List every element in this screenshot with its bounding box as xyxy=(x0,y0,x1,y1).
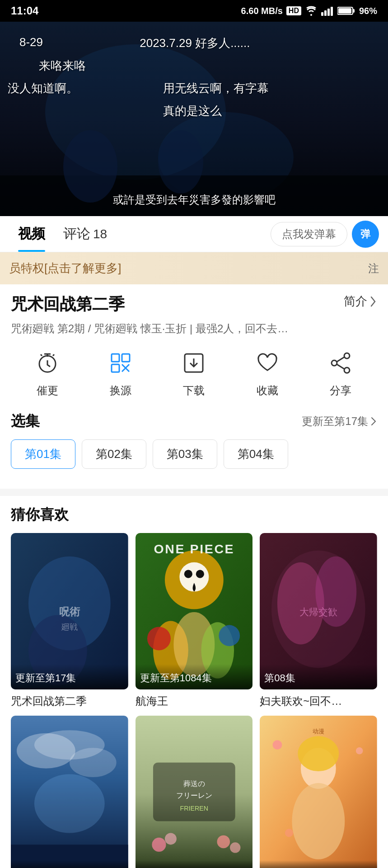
svg-rect-15 xyxy=(122,354,130,362)
heart-icon xyxy=(252,347,283,379)
svg-point-63 xyxy=(292,783,345,859)
svg-point-46 xyxy=(34,730,105,760)
svg-rect-6 xyxy=(338,8,351,14)
svg-text:ONE PIECE: ONE PIECE xyxy=(154,542,234,556)
svg-text:FRIEREN: FRIEREN xyxy=(180,805,208,812)
action-source-label: 换源 xyxy=(110,383,131,398)
card-thumb-2: ONE PIECE 更新至第1084集 xyxy=(136,533,253,689)
episode-list: 第01集 第02集 第03集 第04集 xyxy=(11,439,377,469)
recommend-card-5[interactable]: 葬送の フリーレン FRIEREN 葬送的芙莉莲 xyxy=(136,716,253,868)
action-remind[interactable]: 催更 xyxy=(32,347,63,398)
switch-icon xyxy=(105,347,136,379)
clock-icon xyxy=(32,347,63,379)
card-thumb-4 xyxy=(11,716,128,868)
hd-badge: HD xyxy=(286,6,301,15)
recommend-card-1[interactable]: 呪術 廻戦 更新至第17集 咒术回战第二季 xyxy=(11,533,128,708)
battery-pct: 96% xyxy=(359,6,377,16)
tab-comment[interactable]: 评论 18 xyxy=(54,216,116,252)
battery-icon xyxy=(337,6,355,16)
recommend-card-4[interactable]: 转生 xyxy=(11,716,128,868)
status-icons: 6.60 MB/s HD 96% xyxy=(241,6,377,16)
recommend-card-6[interactable]: 动漫 动漫 xyxy=(260,716,377,868)
card-badge-6 xyxy=(260,860,377,868)
action-collect[interactable]: 收藏 xyxy=(252,347,283,398)
svg-point-37 xyxy=(219,625,240,646)
svg-point-29 xyxy=(184,570,192,578)
card-thumb-1: 呪術 廻戦 更新至第17集 xyxy=(11,533,128,689)
svg-rect-16 xyxy=(112,364,119,372)
danmu-input-button[interactable]: 点我发弹幕 xyxy=(271,222,347,246)
card-badge-4 xyxy=(11,860,128,868)
card-badge-2: 更新至第1084集 xyxy=(136,664,253,689)
svg-point-47 xyxy=(34,774,105,833)
network-speed: 6.60 MB/s xyxy=(241,6,283,16)
chevron-right-icon xyxy=(369,295,377,308)
card-badge-1: 更新至第17集 xyxy=(11,664,128,689)
action-download-label: 下载 xyxy=(183,383,205,398)
card-badge-3: 第08集 xyxy=(260,664,377,689)
svg-text:葬送の: 葬送の xyxy=(183,779,205,787)
episode-section: 选集 更新至第17集 第01集 第02集 第03集 第04集 xyxy=(11,411,377,469)
member-banner[interactable]: 员特权[点击了解更多] 注 xyxy=(0,252,388,284)
share-icon xyxy=(325,347,356,379)
action-collect-label: 收藏 xyxy=(257,383,278,398)
title-section: 咒术回战第二季 简介 xyxy=(11,293,377,316)
recommend-grid: 呪術 廻戦 更新至第17集 咒术回战第二季 xyxy=(11,533,377,868)
svg-point-36 xyxy=(147,627,171,650)
svg-point-56 xyxy=(217,835,230,848)
card-badge-5 xyxy=(136,860,253,868)
intro-link[interactable]: 简介 xyxy=(344,293,377,309)
svg-point-30 xyxy=(196,570,204,578)
action-share-label: 分享 xyxy=(330,383,351,398)
episode-header: 选集 更新至第17集 xyxy=(11,411,377,431)
action-share[interactable]: 分享 xyxy=(325,347,356,398)
tab-bar: 视频 评论 18 点我发弹幕 弹 xyxy=(0,216,388,252)
action-remind-label: 催更 xyxy=(37,383,58,398)
svg-text:廻戦: 廻戦 xyxy=(61,623,78,632)
svg-rect-5 xyxy=(353,9,355,13)
video-subtitle: 或許是受到去年災害多發的影響吧 xyxy=(113,193,276,207)
video-background: 8-29 2023.7.29 好多人...... 来咯来咯 没人知道啊。 用无线… xyxy=(0,22,388,216)
episode-title: 选集 xyxy=(11,411,40,431)
recommend-card-3[interactable]: 大帰交歓 第08集 妇夫联欢~回不… xyxy=(260,533,377,708)
svg-point-19 xyxy=(344,368,350,373)
anime-title: 咒术回战第二季 xyxy=(11,293,125,316)
recommend-section: 猜你喜欢 呪術 廻戦 更新至第17集 xyxy=(0,496,388,868)
episode-more[interactable]: 更新至第17集 xyxy=(302,414,377,429)
danmu-area: 点我发弹幕 弹 xyxy=(271,221,379,248)
comment-3: 来咯来咯 xyxy=(39,58,86,74)
recommend-title: 猜你喜欢 xyxy=(11,505,377,525)
episode-item-2[interactable]: 第02集 xyxy=(82,439,146,469)
svg-rect-1 xyxy=(324,10,327,16)
member-banner-right: 注 xyxy=(368,261,379,276)
svg-rect-14 xyxy=(112,354,119,362)
episode-item-4[interactable]: 第04集 xyxy=(224,439,288,469)
card-thumb-6: 动漫 xyxy=(260,716,377,868)
danmu-icon-button[interactable]: 弹 xyxy=(352,221,379,248)
svg-point-61 xyxy=(285,829,293,837)
recommend-card-2[interactable]: ONE PIECE 更新至第1084集 航海王 xyxy=(136,533,253,708)
svg-rect-0 xyxy=(321,12,323,16)
comment-count: 18 xyxy=(93,227,107,241)
comment-2: 2023.7.29 好多人...... xyxy=(140,35,250,51)
comment-1: 8-29 xyxy=(19,35,43,49)
video-comments: 8-29 2023.7.29 好多人...... 来咯来咯 没人知道啊。 用无线… xyxy=(0,22,388,189)
action-download[interactable]: 下载 xyxy=(178,347,210,398)
svg-point-20 xyxy=(332,360,337,366)
tab-video[interactable]: 视频 xyxy=(9,216,54,252)
svg-point-55 xyxy=(165,833,177,844)
section-divider xyxy=(0,489,388,496)
svg-point-54 xyxy=(152,838,166,852)
action-source[interactable]: 换源 xyxy=(105,347,136,398)
comment-5: 用无线云啊，有字幕 xyxy=(163,80,269,96)
svg-point-60 xyxy=(356,747,363,755)
card-title-1: 咒术回战第二季 xyxy=(11,694,128,708)
card-thumb-5: 葬送の フリーレン FRIEREN xyxy=(136,716,253,868)
card-title-3: 妇夫联欢~回不… xyxy=(260,694,377,708)
episode-item-1[interactable]: 第01集 xyxy=(11,439,75,469)
episode-item-3[interactable]: 第03集 xyxy=(153,439,217,469)
svg-rect-2 xyxy=(327,9,330,16)
svg-point-64 xyxy=(298,736,339,771)
status-time: 11:04 xyxy=(11,5,38,17)
video-player[interactable]: 8-29 2023.7.29 好多人...... 来咯来咯 没人知道啊。 用无线… xyxy=(0,22,388,216)
